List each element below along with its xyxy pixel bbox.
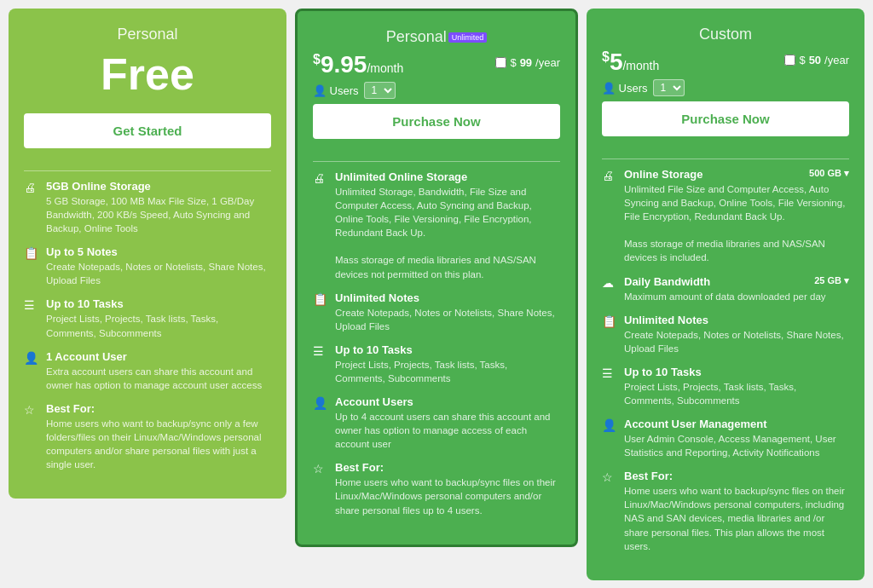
feature-desc: Extra account users can share this accou… [46, 365, 271, 392]
purchase-now-button[interactable]: Purchase Now [602, 101, 849, 136]
notes-icon: 📋 [313, 292, 328, 306]
users-icon: 👤 [24, 351, 39, 365]
yearly-checkbox[interactable] [495, 57, 506, 68]
monthly-price: $5/month [602, 49, 659, 76]
storage-icon: 🖨 [602, 169, 617, 182]
plan-price: Free [24, 49, 271, 100]
feature-title: Up to 5 Notes [46, 245, 271, 258]
tasks-icon: ☰ [602, 366, 617, 380]
feature-list: 🖨 5GB Online Storage 5 GB Storage, 100 M… [24, 180, 271, 471]
users-label: 👤 Users [313, 84, 359, 97]
feature-bestfor: ☆ Best For: Home users who want to backu… [313, 461, 560, 516]
feature-notes: 📋 Unlimited Notes Create Notepads, Notes… [313, 291, 560, 333]
users-select[interactable]: 1 2 3 4 [653, 79, 685, 96]
feature-list: 🖨 Unlimited Online Storage Unlimited Sto… [313, 170, 560, 517]
feature-desc: Unlimited Storage, Bandwidth, File Size … [335, 185, 560, 281]
tasks-icon: ☰ [313, 344, 328, 358]
star-icon: ☆ [313, 462, 328, 476]
unlimited-badge: Unlimited [448, 32, 488, 43]
feature-desc: Create Notepads, Notes or Notelists, Sha… [335, 306, 560, 333]
feature-title: Account Users [335, 395, 560, 408]
notes-icon: 📋 [602, 314, 617, 328]
feature-title: Up to 10 Tasks [624, 366, 849, 378]
plan-personal-free: Personal Free Get Started 🖨 5GB Online S… [9, 9, 286, 499]
feature-desc: Home users who want to backup/sync files… [624, 484, 849, 552]
notes-icon: 📋 [24, 246, 39, 260]
plan-custom: Custom $5/month $50/year 👤 Users 1 2 3 4… [587, 9, 864, 580]
feature-title: Up to 10 Tasks [46, 297, 271, 310]
plan-title: Custom [602, 26, 849, 43]
users-select[interactable]: 1 2 3 4 [364, 82, 396, 99]
feature-desc: Maximum amount of data downloaded per da… [624, 290, 849, 303]
feature-desc: Project Lists, Projects, Task lists, Tas… [624, 380, 849, 407]
feature-users: 👤 1 Account User Extra account users can… [24, 350, 271, 392]
bandwidth-icon: ☁ [602, 276, 617, 290]
feature-desc: User Admin Console, Access Management, U… [624, 432, 849, 459]
plan-personal-unlimited: PersonalUnlimited $9.95/month $99/year 👤… [295, 9, 578, 547]
feature-desc: Project Lists, Projects, Task lists, Tas… [46, 312, 271, 339]
yearly-price: $50/year [784, 54, 849, 66]
feature-user-mgmt: 👤 Account User Management User Admin Con… [602, 418, 849, 459]
feature-desc: Home users who want to backup/sync only … [46, 417, 271, 471]
users-row: 👤 Users 1 2 3 4 [602, 79, 849, 96]
feature-notes: 📋 Unlimited Notes Create Notepads, Notes… [602, 314, 849, 355]
feature-notes: 📋 Up to 5 Notes Create Notepads, Notes o… [24, 245, 271, 287]
pricing-container: Personal Free Get Started 🖨 5GB Online S… [9, 9, 864, 580]
feature-users: 👤 Account Users Up to 4 account users ca… [313, 395, 560, 451]
feature-storage: 🖨 Unlimited Online Storage Unlimited Sto… [313, 170, 560, 281]
price-row: $9.95/month $99/year [313, 51, 560, 78]
feature-title: Best For: [624, 470, 849, 482]
storage-badge[interactable]: 500 GB ▾ [809, 168, 849, 179]
star-icon: ☆ [24, 403, 39, 417]
yearly-price: $99/year [495, 56, 560, 69]
price-row: $5/month $50/year [602, 49, 849, 76]
feature-title: Best For: [46, 402, 271, 415]
feature-desc: Home users who want to backup/sync files… [335, 476, 560, 516]
feature-bandwidth: ☁ Daily Bandwidth 25 GB ▾ Maximum amount… [602, 275, 849, 303]
bandwidth-badge[interactable]: 25 GB ▾ [814, 275, 849, 286]
feature-title: Unlimited Notes [335, 291, 560, 304]
feature-bestfor: ☆ Best For: Home users who want to backu… [24, 402, 271, 471]
users-icon: 👤 [313, 396, 328, 410]
users-row: 👤 Users 1 2 3 4 [313, 82, 560, 99]
feature-tasks: ☰ Up to 10 Tasks Project Lists, Projects… [602, 366, 849, 407]
feature-title: Unlimited Online Storage [335, 170, 560, 183]
feature-title: 1 Account User [46, 350, 271, 363]
plan-title: PersonalUnlimited [313, 28, 560, 46]
feature-title: Best For: [335, 461, 560, 474]
purchase-now-button[interactable]: Purchase Now [313, 104, 560, 139]
tasks-icon: ☰ [24, 298, 39, 312]
plan-title: Personal [24, 26, 271, 43]
storage-icon: 🖨 [24, 181, 39, 194]
get-started-button[interactable]: Get Started [24, 113, 271, 148]
users-label: 👤 Users [602, 82, 648, 95]
feature-list: 🖨 Online Storage 500 GB ▾ Unlimited File… [602, 168, 849, 553]
feature-title: Up to 10 Tasks [335, 343, 560, 356]
feature-desc: Project Lists, Projects, Task lists, Tas… [335, 358, 560, 385]
feature-storage: 🖨 Online Storage 500 GB ▾ Unlimited File… [602, 168, 849, 265]
monthly-price: $9.95/month [313, 51, 403, 78]
feature-desc: 5 GB Storage, 100 MB Max File Size, 1 GB… [46, 194, 271, 235]
feature-title: Daily Bandwidth 25 GB ▾ [624, 275, 849, 288]
feature-desc: Unlimited File Size and Computer Access,… [624, 182, 849, 265]
yearly-checkbox[interactable] [784, 55, 795, 66]
feature-tasks: ☰ Up to 10 Tasks Project Lists, Projects… [313, 343, 560, 385]
feature-title: 5GB Online Storage [46, 180, 271, 193]
feature-tasks: ☰ Up to 10 Tasks Project Lists, Projects… [24, 297, 271, 339]
feature-desc: Create Notepads, Notes or Notelists, Sha… [624, 328, 849, 355]
feature-title: Account User Management [624, 418, 849, 430]
feature-title: Unlimited Notes [624, 314, 849, 326]
feature-title: Online Storage 500 GB ▾ [624, 168, 849, 181]
feature-desc: Create Notepads, Notes or Notelists, Sha… [46, 260, 271, 287]
feature-bestfor: ☆ Best For: Home users who want to backu… [602, 470, 849, 552]
storage-icon: 🖨 [313, 171, 328, 185]
feature-desc: Up to 4 account users can share this acc… [335, 410, 560, 451]
feature-storage: 🖨 5GB Online Storage 5 GB Storage, 100 M… [24, 180, 271, 235]
star-icon: ☆ [602, 470, 617, 484]
user-mgmt-icon: 👤 [602, 418, 617, 432]
